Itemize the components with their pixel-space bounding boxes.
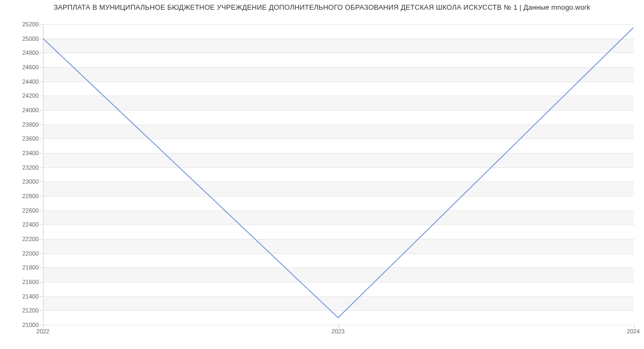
y-tick [39, 39, 42, 39]
y-tick-label: 23800 [22, 121, 39, 128]
y-tick [39, 168, 42, 168]
y-tick [39, 53, 42, 53]
y-tick [39, 310, 42, 311]
x-tick-label: 2022 [36, 328, 49, 335]
y-tick-label: 23600 [22, 135, 39, 142]
y-tick [39, 210, 42, 211]
y-tick [39, 267, 42, 268]
y-tick-label: 21800 [22, 264, 39, 271]
y-tick [39, 282, 42, 282]
y-tick-label: 25200 [22, 21, 39, 27]
y-tick-label: 21400 [22, 293, 39, 300]
y-tick-label: 24800 [22, 49, 39, 56]
y-tick [39, 325, 42, 325]
y-tick [39, 82, 42, 82]
y-tick [39, 224, 42, 225]
y-tick-label: 22000 [22, 250, 39, 257]
y-tick [39, 67, 42, 68]
chart-title: ЗАРПЛАТА В МУНИЦИПАЛЬНОЕ БЮДЖЕТНОЕ УЧРЕЖ… [0, 3, 644, 11]
y-tick [39, 196, 42, 197]
y-tick-label: 24400 [22, 78, 39, 85]
x-tick-label: 2023 [332, 328, 345, 335]
y-tick-label: 24600 [22, 64, 39, 70]
y-tick [39, 110, 42, 111]
y-tick-label: 21000 [22, 322, 39, 328]
chart-container: ЗАРПЛАТА В МУНИЦИПАЛЬНОЕ БЮДЖЕТНОЕ УЧРЕЖ… [0, 0, 644, 349]
y-tick [39, 181, 42, 182]
y-tick-label: 21600 [22, 279, 39, 285]
y-tick-label: 25000 [22, 35, 39, 42]
line-layer [43, 24, 633, 325]
y-tick-label: 24200 [22, 92, 39, 99]
y-tick-label: 23000 [22, 178, 39, 185]
y-tick [39, 239, 42, 239]
series-line [43, 28, 633, 318]
y-tick-label: 23400 [22, 150, 39, 156]
y-tick [39, 125, 42, 125]
y-tick [39, 96, 42, 96]
y-tick [39, 253, 42, 254]
y-tick [39, 139, 42, 139]
y-tick-label: 22200 [22, 236, 39, 242]
y-tick-label: 22400 [22, 221, 39, 228]
y-tick-label: 23200 [22, 164, 39, 171]
plot-area-wrapper: 2100021200214002160021800220002220022400… [43, 24, 633, 325]
y-tick-label: 22600 [22, 207, 39, 214]
y-tick [39, 24, 42, 25]
y-tick-label: 22800 [22, 193, 39, 199]
y-tick [39, 296, 42, 297]
x-tick-label: 2024 [627, 328, 640, 335]
y-tick [39, 153, 42, 154]
y-tick-label: 24000 [22, 107, 39, 113]
y-tick-label: 21200 [22, 307, 39, 314]
